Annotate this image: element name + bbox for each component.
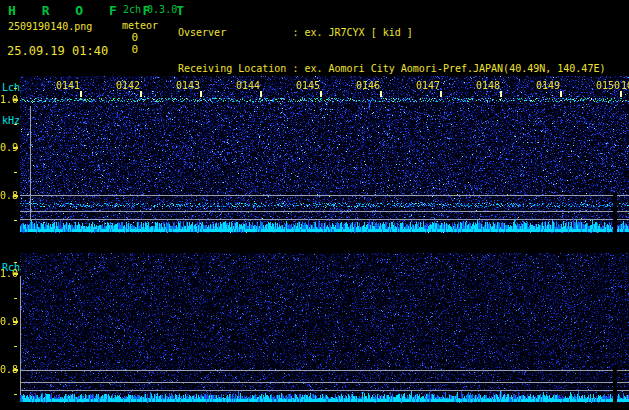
time-label: 0146 xyxy=(354,80,380,91)
lch-freq-tick-minor xyxy=(14,172,17,173)
time-tick xyxy=(140,91,142,97)
time-label: 0141 xyxy=(54,80,80,91)
rch-freq-label: 1.0 xyxy=(0,268,14,279)
time-tick xyxy=(440,91,442,97)
rch-freq-tick-major xyxy=(13,369,18,371)
lch-freq-label: 0.8 xyxy=(0,190,14,201)
time-label: 0144 xyxy=(234,80,260,91)
time-label: 0149 xyxy=(534,80,560,91)
time-tick xyxy=(320,91,322,97)
lch-freq-label: 0.9 xyxy=(0,142,14,153)
rch-freq-tick-major xyxy=(13,321,18,323)
hrofft-screen: H R O F F T 2ch 0.3.0 2509190140.png met… xyxy=(0,0,629,410)
lch-freq-tick-minor xyxy=(14,88,17,89)
lch-freq-tick-major xyxy=(13,147,18,149)
rch-freq-label: 0.9 xyxy=(0,316,14,327)
rch-freq-tick-minor xyxy=(14,262,17,263)
location-line: Receiving Location : ex. Aomori City Aom… xyxy=(178,63,629,75)
time-label: 0150 xyxy=(594,80,620,91)
rch-freq-tick-minor xyxy=(14,394,17,395)
lch-freq-tick-minor xyxy=(14,124,17,125)
lch-freq-label: 1.0 xyxy=(0,94,14,105)
meteor-label: meteor xyxy=(122,20,158,31)
time-label: 0143 xyxy=(174,80,200,91)
lch-freq-tick-minor xyxy=(14,220,17,221)
rch-spectrogram xyxy=(20,253,629,403)
lch-freq-tick-major xyxy=(13,195,18,197)
rch-freq-tick-minor xyxy=(14,346,17,347)
time-label: 0142 xyxy=(114,80,140,91)
version-label: 2ch 0.3.0 xyxy=(123,4,177,15)
time-tick xyxy=(260,91,262,97)
lch-spectrogram xyxy=(20,76,629,233)
lch-freq-tick-major xyxy=(13,99,18,101)
time-tick xyxy=(500,91,502,97)
observer-line: Ovserver : ex. JR7CYX [ kid ] xyxy=(178,27,629,39)
time-label-partial: 10 xyxy=(621,80,629,91)
time-tick xyxy=(380,91,382,97)
rch-freq-tick-major xyxy=(13,273,18,275)
time-tick xyxy=(200,91,202,97)
filename-label: 2509190140.png xyxy=(8,21,92,32)
rch-freq-tick-minor xyxy=(14,298,17,299)
time-tick xyxy=(80,91,82,97)
time-label: 0147 xyxy=(414,80,440,91)
time-tick xyxy=(620,91,622,97)
time-label: 0145 xyxy=(294,80,320,91)
datetime-label: 25.09.19 01:40 xyxy=(7,44,108,58)
rch-freq-label: 0.8 xyxy=(0,364,14,375)
time-tick xyxy=(560,91,562,97)
time-label: 0148 xyxy=(474,80,500,91)
